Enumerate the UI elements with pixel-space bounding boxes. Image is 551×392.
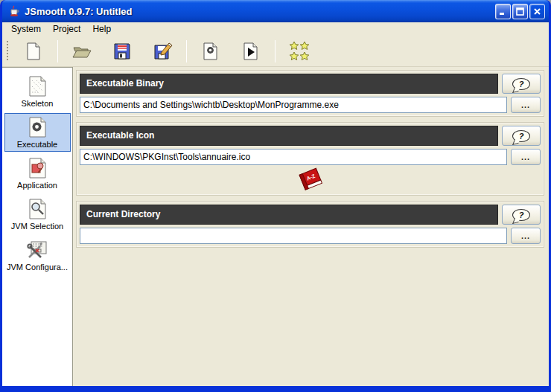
window-frame: System Project Help bbox=[2, 22, 549, 386]
sidebar: Skeleton bbox=[2, 67, 73, 386]
menu-system[interactable]: System bbox=[5, 23, 47, 36]
sidebar-item-jvm-configuration[interactable]: JVM Configura... bbox=[4, 236, 71, 274]
window-body: Skeleton bbox=[2, 67, 549, 386]
menu-help[interactable]: Help bbox=[86, 23, 117, 36]
icon-preview-area: A-Z bbox=[80, 165, 541, 192]
help-button[interactable]: ? bbox=[502, 126, 541, 146]
sidebar-item-executable[interactable]: Executable bbox=[4, 113, 71, 152]
minimize-icon bbox=[499, 7, 507, 16]
toolbar-separator bbox=[57, 40, 58, 62]
sidebar-item-label: JVM Configura... bbox=[5, 263, 70, 271]
toolbar-separator bbox=[186, 40, 187, 62]
red-address-book-icon: A-Z bbox=[296, 165, 325, 192]
executable-icon-input[interactable] bbox=[80, 149, 507, 165]
save-icon bbox=[112, 42, 132, 61]
sidebar-item-label: Application bbox=[5, 181, 70, 190]
window-title: JSmooth 0.9.7: Untitled bbox=[25, 6, 495, 17]
main-panel: Executable Binary ? ... Executable Icon bbox=[73, 67, 549, 386]
browse-button[interactable]: ... bbox=[511, 228, 541, 244]
run-icon bbox=[241, 42, 261, 61]
sidebar-item-label: JVM Selection bbox=[5, 222, 70, 231]
new-project-button[interactable] bbox=[19, 38, 48, 65]
titlebar[interactable]: JSmooth 0.9.7: Untitled bbox=[2, 0, 549, 22]
compile-button[interactable] bbox=[196, 38, 226, 65]
minimize-button[interactable] bbox=[495, 4, 511, 19]
help-bubble-icon: ? bbox=[512, 209, 530, 221]
section-title: Current Directory bbox=[80, 205, 498, 225]
compile-gear-icon bbox=[201, 42, 220, 61]
help-bubble-icon: ? bbox=[512, 130, 530, 142]
jvm-configuration-tools-icon bbox=[5, 238, 70, 262]
toolbar bbox=[2, 36, 549, 67]
help-bubble-icon: ? bbox=[512, 78, 530, 90]
java-cup-icon bbox=[7, 4, 21, 18]
run-button[interactable] bbox=[236, 38, 266, 65]
maximize-button[interactable] bbox=[512, 4, 528, 19]
section-title: Executable Binary bbox=[80, 74, 498, 94]
toolbar-separator bbox=[275, 40, 276, 62]
executable-binary-input[interactable] bbox=[80, 97, 507, 113]
about-stars-button[interactable] bbox=[284, 38, 314, 65]
open-project-button[interactable] bbox=[67, 38, 97, 65]
jvm-selection-magnifier-icon bbox=[5, 197, 70, 221]
section-current-directory: Current Directory ? ... bbox=[77, 202, 544, 247]
toolbar-grip[interactable] bbox=[6, 41, 9, 62]
new-document-icon bbox=[24, 42, 43, 61]
app-window: JSmooth 0.9.7: Untitled System Project H… bbox=[0, 0, 551, 392]
skeleton-page-icon bbox=[5, 74, 70, 98]
browse-button[interactable]: ... bbox=[511, 97, 541, 113]
help-button[interactable]: ? bbox=[502, 74, 541, 94]
save-project-button[interactable] bbox=[107, 38, 137, 65]
browse-button[interactable]: ... bbox=[511, 149, 541, 165]
sidebar-item-application[interactable]: Application bbox=[4, 154, 71, 193]
sidebar-item-label: Executable bbox=[5, 140, 70, 149]
section-title: Executable Icon bbox=[80, 126, 498, 146]
open-folder-icon bbox=[71, 42, 92, 61]
save-as-icon bbox=[153, 42, 173, 61]
current-directory-input[interactable] bbox=[80, 228, 507, 244]
titlebar-buttons bbox=[495, 4, 545, 19]
help-button[interactable]: ? bbox=[502, 205, 541, 225]
close-icon bbox=[533, 7, 541, 16]
stars-icon bbox=[288, 40, 310, 62]
sidebar-item-jvm-selection[interactable]: JVM Selection bbox=[4, 195, 71, 234]
application-page-icon bbox=[5, 156, 70, 180]
section-executable-binary: Executable Binary ? ... bbox=[77, 71, 544, 116]
executable-gear-icon bbox=[5, 115, 70, 139]
sidebar-item-label: Skeleton bbox=[5, 99, 70, 108]
save-project-as-button[interactable] bbox=[147, 38, 177, 65]
section-executable-icon: Executable Icon ? ... bbox=[77, 123, 544, 195]
sidebar-item-skeleton[interactable]: Skeleton bbox=[4, 72, 71, 111]
maximize-icon bbox=[516, 7, 524, 16]
close-button[interactable] bbox=[529, 4, 545, 19]
menu-project[interactable]: Project bbox=[47, 23, 86, 36]
menubar: System Project Help bbox=[2, 22, 549, 36]
